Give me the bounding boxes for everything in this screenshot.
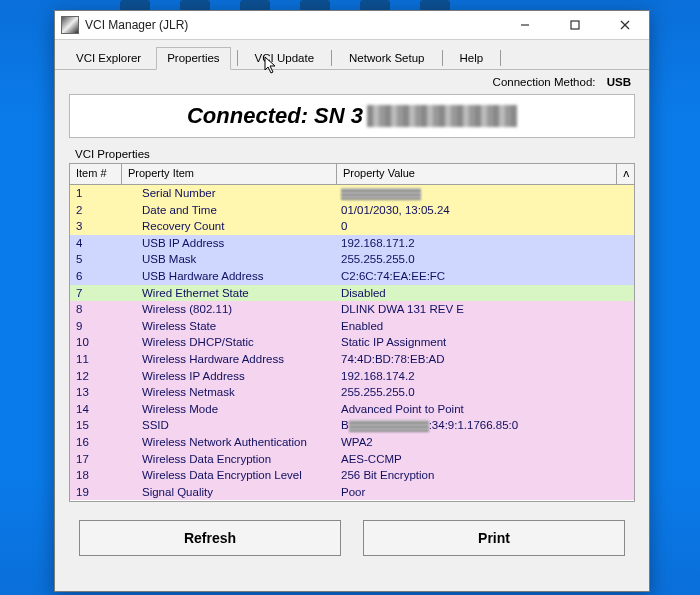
status-redacted [367,105,517,127]
tab-bar: VCI Explorer Properties VCI Update Netwo… [55,40,649,70]
tab-vci-explorer[interactable]: VCI Explorer [65,47,152,70]
cell-property-item: Wireless IP Address [122,368,337,385]
cell-property-value: Static IP Assignment [337,334,617,351]
tab-vci-update[interactable]: VCI Update [244,47,325,70]
cell-property-value: 255.255.255.0 [337,251,617,268]
cell-property-item: Wireless (802.11) [122,301,337,318]
close-button[interactable] [603,12,647,38]
status-text: Connected: SN 3 [187,103,363,129]
status-banner: Connected: SN 3 [69,94,635,138]
cell-item-number: 5 [70,251,122,268]
table-row[interactable]: 15SSIDB:34:9:1.1766.85:0 [70,417,634,434]
cell-property-item: Serial Number [122,185,337,202]
table-row[interactable]: 19Signal QualityPoor [70,484,634,501]
cell-property-item: Wireless Netmask [122,384,337,401]
table-body[interactable]: 1Serial Number2Date and Time01/01/2030, … [70,185,634,501]
tab-help[interactable]: Help [449,47,495,70]
cell-property-item: Wireless Hardware Address [122,351,337,368]
table-row[interactable]: 14Wireless ModeAdvanced Point to Point [70,401,634,418]
redacted-value [341,188,421,200]
cell-item-number: 7 [70,285,122,302]
cell-property-item: SSID [122,417,337,434]
table-row[interactable]: 17Wireless Data EncryptionAES-CCMP [70,451,634,468]
titlebar: VCI Manager (JLR) [55,11,649,40]
cell-property-value: 192.168.174.2 [337,368,617,385]
cell-property-value: 192.168.171.2 [337,235,617,252]
minimize-button[interactable] [503,12,547,38]
cell-property-value: 0 [337,218,617,235]
maximize-icon [570,20,580,30]
cell-property-item: Wireless Mode [122,401,337,418]
table-row[interactable]: 10Wireless DHCP/StaticStatic IP Assignme… [70,334,634,351]
window-title: VCI Manager (JLR) [85,18,497,32]
properties-table: Item # Property Item Property Value ʌ 1S… [69,163,635,502]
table-row[interactable]: 5USB Mask255.255.255.0 [70,251,634,268]
close-icon [620,20,630,30]
cell-property-item: USB Mask [122,251,337,268]
cell-property-value: 255.255.255.0 [337,384,617,401]
table-row[interactable]: 4USB IP Address192.168.171.2 [70,235,634,252]
cell-property-value: 01/01/2030, 13:05.24 [337,202,617,219]
connection-method-label: Connection Method: [493,76,596,88]
cell-item-number: 8 [70,301,122,318]
connection-method-value: USB [607,76,631,88]
col-item-number[interactable]: Item # [70,164,122,184]
minimize-icon [520,20,530,30]
cell-property-value: Disabled [337,285,617,302]
cell-property-value: C2:6C:74:EA:EE:FC [337,268,617,285]
table-row[interactable]: 12Wireless IP Address192.168.174.2 [70,368,634,385]
table-row[interactable]: 16Wireless Network AuthenticationWPA2 [70,434,634,451]
cell-item-number: 4 [70,235,122,252]
tab-separator [237,50,238,66]
table-row[interactable]: 18Wireless Data Encryption Level256 Bit … [70,467,634,484]
scroll-up-icon[interactable]: ʌ [617,164,634,184]
section-caption: VCI Properties [55,146,649,163]
table-row[interactable]: 3Recovery Count0 [70,218,634,235]
cell-property-item: Wired Ethernet State [122,285,337,302]
cell-property-item: USB Hardware Address [122,268,337,285]
cell-property-item: Date and Time [122,202,337,219]
table-row[interactable]: 11Wireless Hardware Address74:4D:BD:78:E… [70,351,634,368]
svg-rect-1 [571,21,579,29]
col-property-item[interactable]: Property Item [122,164,337,184]
button-bar: Refresh Print [55,502,649,568]
table-row[interactable]: 6USB Hardware AddressC2:6C:74:EA:EE:FC [70,268,634,285]
cell-property-item: Wireless Network Authentication [122,434,337,451]
table-row[interactable]: 7Wired Ethernet StateDisabled [70,285,634,302]
maximize-button[interactable] [553,12,597,38]
table-row[interactable]: 9Wireless StateEnabled [70,318,634,335]
tab-network-setup[interactable]: Network Setup [338,47,435,70]
cell-property-item: Wireless State [122,318,337,335]
cell-item-number: 15 [70,417,122,434]
redacted-value [349,420,429,432]
cell-property-value: 256 Bit Encryption [337,467,617,484]
cell-item-number: 16 [70,434,122,451]
table-row[interactable]: 13Wireless Netmask255.255.255.0 [70,384,634,401]
cell-property-item: Wireless Data Encryption [122,451,337,468]
cell-property-value: WPA2 [337,434,617,451]
table-row[interactable]: 8Wireless (802.11)DLINK DWA 131 REV E [70,301,634,318]
table-row[interactable]: 1Serial Number [70,185,634,202]
tab-properties[interactable]: Properties [156,47,230,70]
print-button[interactable]: Print [363,520,625,556]
connection-method: Connection Method: USB [55,70,649,90]
cell-item-number: 6 [70,268,122,285]
cell-property-value: B:34:9:1.1766.85:0 [337,417,617,434]
table-row[interactable]: 2Date and Time01/01/2030, 13:05.24 [70,202,634,219]
cell-property-item: Wireless DHCP/Static [122,334,337,351]
cell-item-number: 18 [70,467,122,484]
app-window: VCI Manager (JLR) VCI Explorer Propertie… [54,10,650,592]
cell-property-item: Signal Quality [122,484,337,501]
tab-separator [331,50,332,66]
cell-property-item: Recovery Count [122,218,337,235]
cell-item-number: 17 [70,451,122,468]
refresh-button[interactable]: Refresh [79,520,341,556]
table-header: Item # Property Item Property Value ʌ [70,164,634,185]
cell-property-item: USB IP Address [122,235,337,252]
cell-item-number: 10 [70,334,122,351]
cell-property-value: Enabled [337,318,617,335]
cell-property-value: 74:4D:BD:78:EB:AD [337,351,617,368]
col-property-value[interactable]: Property Value [337,164,617,184]
tab-separator [500,50,501,66]
cell-item-number: 1 [70,185,122,202]
